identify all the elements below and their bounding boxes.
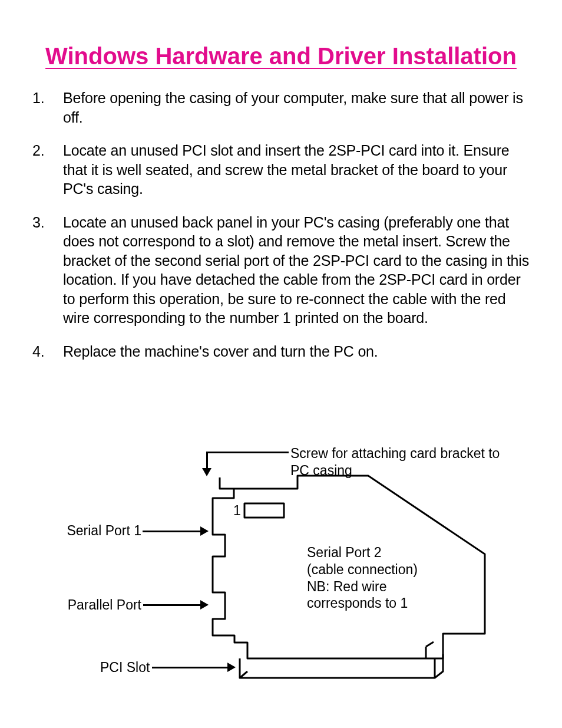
card-diagram: 1 Screw for attaching card bracket to PC… [0,436,562,707]
step-item: 4.Replace the machine's cover and turn t… [32,342,530,361]
step-number: 3. [32,213,58,232]
serial2-label: Serial Port 2 (cable connection) NB: Red… [307,544,448,612]
serial1-arrow [143,531,201,532]
pci-arrow [152,667,229,668]
page-title: Windows Hardware and Driver Installation [32,41,530,71]
pci-label: PCI Slot [100,659,150,676]
instruction-list: 1.Before opening the casing of your comp… [32,88,530,361]
svg-rect-0 [244,503,284,518]
serial1-label: Serial Port 1 [59,522,141,539]
screw-arrow-head [202,468,211,476]
step-number: 4. [32,342,58,361]
parallel-arrow-head [200,600,209,610]
screw-arrow-h [207,452,289,453]
parallel-label: Parallel Port [59,597,141,614]
screw-label: Screw for attaching card bracket to PC c… [290,445,503,479]
step-text: Replace the machine's cover and turn the… [63,343,378,360]
step-item: 3.Locate an unused back panel in your PC… [32,213,530,328]
step-number: 1. [32,88,58,108]
step-text: Before opening the casing of your comput… [63,90,523,126]
serial1-arrow-head [200,526,209,536]
step-item: 1.Before opening the casing of your comp… [32,88,530,127]
step-item: 2.Locate an unused PCI slot and insert t… [32,141,530,199]
step-number: 2. [32,141,58,160]
parallel-arrow [143,604,202,606]
step-text: Locate an unused PCI slot and insert the… [63,142,509,197]
pci-arrow-head [227,663,236,672]
pin1-label: 1 [233,502,241,519]
step-text: Locate an unused back panel in your PC's… [63,214,529,327]
